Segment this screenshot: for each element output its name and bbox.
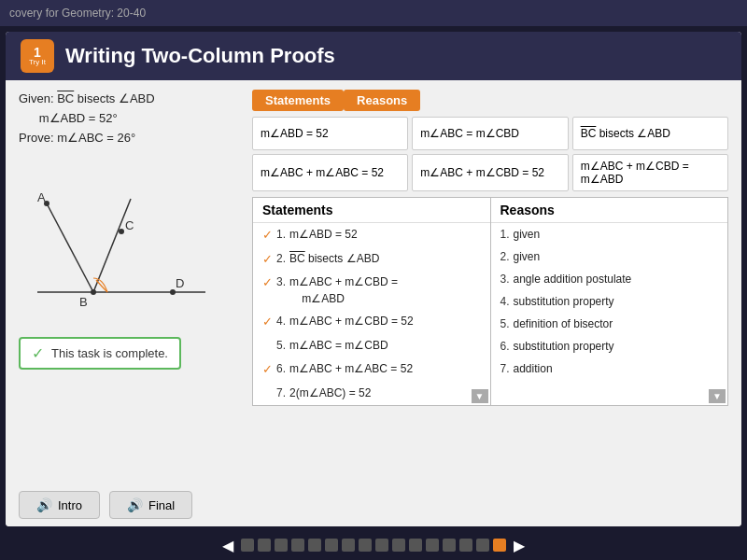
nav-dot-5[interactable] <box>308 539 321 552</box>
complete-text: This task is complete. <box>51 346 168 360</box>
svg-text:B: B <box>79 295 88 309</box>
prove-line: Prove: m∠ABC = 26° <box>19 129 243 148</box>
table-row: 2. given <box>491 245 728 268</box>
drag-boxes: m∠ABD = 52 m∠ABC = m∠CBD BC bisects ∠ABD… <box>252 117 728 191</box>
check-icon: ✓ <box>262 273 273 292</box>
complete-badge: ✓ This task is complete. <box>19 337 181 370</box>
nav-dot-11[interactable] <box>409 539 422 552</box>
drag-box-0[interactable]: m∠ABD = 52 <box>252 117 408 150</box>
statements-tab[interactable]: Statements <box>252 90 344 111</box>
header: 1 Try It Writing Two-Column Proofs <box>6 32 741 80</box>
nav-dot-4[interactable] <box>291 539 304 552</box>
statements-column: Statements ✓ 1. m∠ABD = 52 ✓ 2. BC bisec… <box>253 198 490 405</box>
drag-box-3[interactable]: m∠ABC + m∠ABC = 52 <box>252 154 408 191</box>
proof-top: Given: BC bisects ∠ABD m∠ABD = 52° Prove… <box>19 90 728 406</box>
table-row: ✓ 1. m∠ABD = 52 <box>253 223 490 247</box>
table-row: ✓ 5. m∠ABC = m∠CBD <box>253 334 490 358</box>
check-icon: ✓ <box>262 250 273 269</box>
check-circle-icon: ✓ <box>32 344 44 362</box>
svg-text:A: A <box>37 190 46 204</box>
nav-dot-10[interactable] <box>392 539 405 552</box>
table-row: 3. angle addition postulate <box>491 268 728 290</box>
table-row: ✓ 4. m∠ABC + m∠CBD = 52 <box>253 310 490 334</box>
reasons-rows: 1. given 2. given 3. angle addition post… <box>491 223 728 405</box>
table-row: 1. given <box>491 223 728 245</box>
nav-dot-6[interactable] <box>325 539 338 552</box>
nav-dot-7[interactable] <box>342 539 355 552</box>
intro-label: Intro <box>58 498 82 512</box>
svg-point-5 <box>119 229 124 234</box>
top-bar: covery for Geometry: 20-40 <box>0 0 747 26</box>
given-section: Given: BC bisects ∠ABD m∠ABD = 52° Prove… <box>19 90 243 147</box>
proof-right: Statements Reasons m∠ABD = 52 m∠ABC = m∠… <box>252 90 728 406</box>
given-line2: m∠ABD = 52° <box>19 109 243 129</box>
given-line1: Given: BC bisects ∠ABD <box>19 90 243 109</box>
final-button[interactable]: 🔊 Final <box>109 491 192 519</box>
intro-button[interactable]: 🔊 Intro <box>19 491 100 519</box>
nav-next-arrow[interactable]: ▶ <box>510 537 529 554</box>
nav-dot-15[interactable] <box>476 539 489 552</box>
reasons-column: Reasons 1. given 2. given 3. <box>491 198 728 405</box>
tab-buttons: Statements Reasons <box>252 90 728 111</box>
table-row: 4. substitution property <box>491 290 728 313</box>
reasons-col-header: Reasons <box>491 198 728 223</box>
table-row: 6. substitution property <box>491 335 728 357</box>
speaker-icon-final: 🔊 <box>127 497 143 512</box>
main-content: 1 Try It Writing Two-Column Proofs Given… <box>6 32 741 526</box>
diagram-area: Given: BC bisects ∠ABD m∠ABD = 52° Prove… <box>19 90 243 406</box>
table-row: ✓ 2. BC bisects ∠ABD <box>253 247 490 272</box>
bottom-buttons: 🔊 Intro 🔊 Final <box>6 483 741 526</box>
nav-prev-arrow[interactable]: ◀ <box>218 537 237 554</box>
badge-label: Try It <box>29 59 46 66</box>
table-row: 7. addition <box>491 357 728 380</box>
proof-columns: Statements ✓ 1. m∠ABD = 52 ✓ 2. BC bisec… <box>252 197 728 406</box>
table-row: ✓ 7. 2(m∠ABC) = 52 <box>253 382 490 406</box>
drag-box-5[interactable]: m∠ABC + m∠CBD = m∠ABD <box>572 154 728 191</box>
check-icon: ✓ <box>262 226 273 245</box>
check-icon: ✓ <box>262 313 273 331</box>
svg-text:D: D <box>176 276 184 290</box>
table-row: ✓ 6. m∠ABC + m∠ABC = 52 <box>253 357 490 382</box>
svg-line-0 <box>47 203 93 292</box>
top-bar-title: covery for Geometry: 20-40 <box>9 7 146 20</box>
badge-number: 1 <box>34 46 41 59</box>
nav-dot-16[interactable] <box>493 539 506 552</box>
nav-dot-13[interactable] <box>443 539 456 552</box>
nav-dot-14[interactable] <box>459 539 472 552</box>
nav-dot-3[interactable] <box>275 539 288 552</box>
geometry-diagram: A C B D <box>19 147 224 334</box>
svg-text:C: C <box>125 218 134 232</box>
drag-box-1[interactable]: m∠ABC = m∠CBD <box>412 117 568 150</box>
nav-bar: ◀ ▶ <box>0 532 747 558</box>
statements-scroll-down[interactable]: ▼ <box>472 389 488 403</box>
nav-dot-9[interactable] <box>375 539 388 552</box>
table-row: ✓ 3. m∠ABC + m∠CBD = m∠ABD <box>253 271 490 310</box>
drag-box-4[interactable]: m∠ABC + m∠CBD = 52 <box>412 154 568 191</box>
nav-dot-2[interactable] <box>258 539 271 552</box>
page-title: Writing Two-Column Proofs <box>65 44 335 68</box>
svg-point-7 <box>91 289 96 295</box>
reasons-tab[interactable]: Reasons <box>344 90 420 111</box>
statements-rows: ✓ 1. m∠ABD = 52 ✓ 2. BC bisects ∠ABD ✓ <box>253 223 490 405</box>
nav-dot-8[interactable] <box>359 539 372 552</box>
nav-dot-1[interactable] <box>241 539 254 552</box>
table-row: 5. definition of bisector <box>491 313 728 335</box>
header-badge: 1 Try It <box>21 39 54 73</box>
svg-line-1 <box>93 199 131 292</box>
speaker-icon: 🔊 <box>36 497 52 512</box>
statements-col-header: Statements <box>253 198 490 223</box>
nav-dot-12[interactable] <box>426 539 439 552</box>
final-label: Final <box>148 498 175 512</box>
check-icon: ✓ <box>262 360 273 379</box>
body: Given: BC bisects ∠ABD m∠ABD = 52° Prove… <box>6 80 741 483</box>
reasons-scroll-down[interactable]: ▼ <box>709 389 726 403</box>
drag-box-2[interactable]: BC bisects ∠ABD <box>572 117 728 150</box>
